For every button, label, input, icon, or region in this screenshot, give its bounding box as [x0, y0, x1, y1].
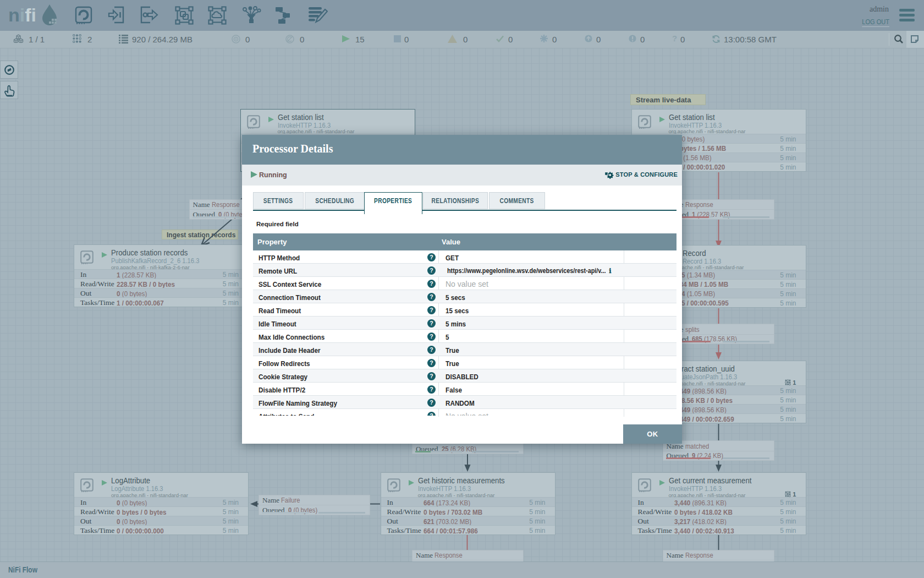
svg-text:?: ?	[672, 34, 677, 43]
